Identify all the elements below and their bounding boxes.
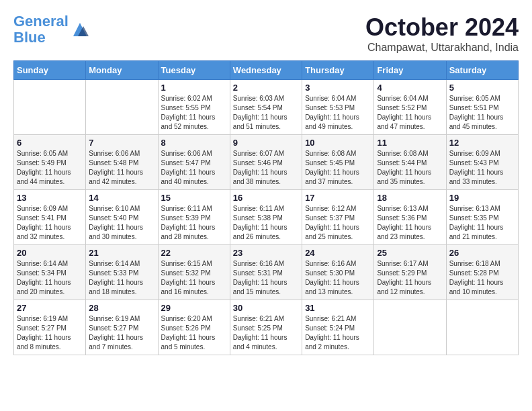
day-number: 31 [305, 303, 371, 313]
weekday-thursday: Thursday [302, 61, 374, 80]
day-number: 5 [449, 83, 515, 93]
day-cell: 11Sunrise: 6:08 AM Sunset: 5:44 PM Dayli… [374, 135, 446, 190]
day-info: Sunrise: 6:04 AM Sunset: 5:52 PM Dayligh… [377, 94, 443, 132]
day-cell: 29Sunrise: 6:20 AM Sunset: 5:26 PM Dayli… [158, 300, 230, 355]
day-info: Sunrise: 6:19 AM Sunset: 5:27 PM Dayligh… [17, 314, 83, 352]
day-number: 7 [89, 138, 154, 148]
day-cell: 23Sunrise: 6:16 AM Sunset: 5:31 PM Dayli… [230, 245, 302, 300]
week-row-3: 13Sunrise: 6:09 AM Sunset: 5:41 PM Dayli… [14, 190, 519, 245]
day-info: Sunrise: 6:18 AM Sunset: 5:28 PM Dayligh… [449, 259, 515, 297]
weekday-wednesday: Wednesday [230, 61, 302, 80]
day-number: 21 [89, 248, 154, 258]
day-info: Sunrise: 6:05 AM Sunset: 5:49 PM Dayligh… [17, 149, 83, 187]
day-number: 1 [161, 83, 227, 93]
day-number: 15 [161, 193, 227, 203]
day-info: Sunrise: 6:10 AM Sunset: 5:40 PM Dayligh… [89, 204, 154, 242]
day-cell: 21Sunrise: 6:14 AM Sunset: 5:33 PM Dayli… [86, 245, 158, 300]
day-info: Sunrise: 6:09 AM Sunset: 5:41 PM Dayligh… [17, 204, 83, 242]
weekday-sunday: Sunday [14, 61, 86, 80]
day-info: Sunrise: 6:13 AM Sunset: 5:36 PM Dayligh… [377, 204, 443, 242]
day-cell: 7Sunrise: 6:06 AM Sunset: 5:48 PM Daylig… [86, 135, 158, 190]
day-cell: 9Sunrise: 6:07 AM Sunset: 5:46 PM Daylig… [230, 135, 302, 190]
day-number: 3 [305, 83, 371, 93]
day-number: 18 [377, 193, 443, 203]
day-info: Sunrise: 6:21 AM Sunset: 5:24 PM Dayligh… [305, 314, 371, 352]
day-info: Sunrise: 6:14 AM Sunset: 5:33 PM Dayligh… [89, 259, 154, 297]
day-number: 29 [161, 303, 227, 313]
day-info: Sunrise: 6:11 AM Sunset: 5:39 PM Dayligh… [161, 204, 227, 242]
month-title: October 2024 [365, 13, 519, 42]
day-number: 13 [17, 193, 83, 203]
day-info: Sunrise: 6:12 AM Sunset: 5:37 PM Dayligh… [305, 204, 371, 242]
day-cell: 3Sunrise: 6:04 AM Sunset: 5:53 PM Daylig… [302, 80, 374, 135]
day-number: 9 [233, 138, 299, 148]
day-number: 8 [161, 138, 227, 148]
day-number: 23 [233, 248, 299, 258]
week-row-4: 20Sunrise: 6:14 AM Sunset: 5:34 PM Dayli… [14, 245, 519, 300]
day-info: Sunrise: 6:17 AM Sunset: 5:29 PM Dayligh… [377, 259, 443, 297]
day-info: Sunrise: 6:08 AM Sunset: 5:44 PM Dayligh… [377, 149, 443, 187]
day-cell: 22Sunrise: 6:15 AM Sunset: 5:32 PM Dayli… [158, 245, 230, 300]
day-cell: 12Sunrise: 6:09 AM Sunset: 5:43 PM Dayli… [446, 135, 518, 190]
day-info: Sunrise: 6:13 AM Sunset: 5:35 PM Dayligh… [449, 204, 515, 242]
day-number: 4 [377, 83, 443, 93]
day-cell [86, 80, 158, 135]
day-cell: 18Sunrise: 6:13 AM Sunset: 5:36 PM Dayli… [374, 190, 446, 245]
day-info: Sunrise: 6:08 AM Sunset: 5:45 PM Dayligh… [305, 149, 371, 187]
day-cell: 10Sunrise: 6:08 AM Sunset: 5:45 PM Dayli… [302, 135, 374, 190]
day-cell: 6Sunrise: 6:05 AM Sunset: 5:49 PM Daylig… [14, 135, 86, 190]
day-cell: 1Sunrise: 6:02 AM Sunset: 5:55 PM Daylig… [158, 80, 230, 135]
day-cell: 20Sunrise: 6:14 AM Sunset: 5:34 PM Dayli… [14, 245, 86, 300]
day-cell: 8Sunrise: 6:06 AM Sunset: 5:47 PM Daylig… [158, 135, 230, 190]
day-number: 28 [89, 303, 154, 313]
day-cell: 15Sunrise: 6:11 AM Sunset: 5:39 PM Dayli… [158, 190, 230, 245]
logo: General Blue [13, 13, 90, 46]
day-cell: 28Sunrise: 6:19 AM Sunset: 5:27 PM Dayli… [86, 300, 158, 355]
day-number: 16 [233, 193, 299, 203]
day-cell: 4Sunrise: 6:04 AM Sunset: 5:52 PM Daylig… [374, 80, 446, 135]
day-cell: 30Sunrise: 6:21 AM Sunset: 5:25 PM Dayli… [230, 300, 302, 355]
day-number: 30 [233, 303, 299, 313]
day-info: Sunrise: 6:02 AM Sunset: 5:55 PM Dayligh… [161, 94, 227, 132]
day-number: 27 [17, 303, 83, 313]
day-cell [14, 80, 86, 135]
day-number: 25 [377, 248, 443, 258]
week-row-5: 27Sunrise: 6:19 AM Sunset: 5:27 PM Dayli… [14, 300, 519, 355]
day-number: 12 [449, 138, 515, 148]
day-number: 17 [305, 193, 371, 203]
day-number: 19 [449, 193, 515, 203]
day-cell: 13Sunrise: 6:09 AM Sunset: 5:41 PM Dayli… [14, 190, 86, 245]
weekday-tuesday: Tuesday [158, 61, 230, 80]
calendar-body: 1Sunrise: 6:02 AM Sunset: 5:55 PM Daylig… [14, 80, 519, 355]
day-cell: 27Sunrise: 6:19 AM Sunset: 5:27 PM Dayli… [14, 300, 86, 355]
day-cell: 5Sunrise: 6:05 AM Sunset: 5:51 PM Daylig… [446, 80, 518, 135]
weekday-header-row: SundayMondayTuesdayWednesdayThursdayFrid… [14, 61, 519, 80]
day-info: Sunrise: 6:05 AM Sunset: 5:51 PM Dayligh… [449, 94, 515, 132]
day-info: Sunrise: 6:03 AM Sunset: 5:54 PM Dayligh… [233, 94, 299, 132]
day-info: Sunrise: 6:21 AM Sunset: 5:25 PM Dayligh… [233, 314, 299, 352]
day-number: 11 [377, 138, 443, 148]
logo-text: General Blue [13, 13, 69, 46]
day-info: Sunrise: 6:09 AM Sunset: 5:43 PM Dayligh… [449, 149, 515, 187]
day-cell: 17Sunrise: 6:12 AM Sunset: 5:37 PM Dayli… [302, 190, 374, 245]
day-info: Sunrise: 6:07 AM Sunset: 5:46 PM Dayligh… [233, 149, 299, 187]
day-cell: 14Sunrise: 6:10 AM Sunset: 5:40 PM Dayli… [86, 190, 158, 245]
day-cell: 24Sunrise: 6:16 AM Sunset: 5:30 PM Dayli… [302, 245, 374, 300]
day-cell: 26Sunrise: 6:18 AM Sunset: 5:28 PM Dayli… [446, 245, 518, 300]
title-block: October 2024 Champawat, Uttarakhand, Ind… [365, 13, 519, 54]
week-row-2: 6Sunrise: 6:05 AM Sunset: 5:49 PM Daylig… [14, 135, 519, 190]
day-info: Sunrise: 6:20 AM Sunset: 5:26 PM Dayligh… [161, 314, 227, 352]
day-number: 2 [233, 83, 299, 93]
weekday-friday: Friday [374, 61, 446, 80]
day-number: 14 [89, 193, 154, 203]
day-cell: 2Sunrise: 6:03 AM Sunset: 5:54 PM Daylig… [230, 80, 302, 135]
day-number: 6 [17, 138, 83, 148]
day-info: Sunrise: 6:16 AM Sunset: 5:30 PM Dayligh… [305, 259, 371, 297]
day-cell [374, 300, 446, 355]
day-info: Sunrise: 6:14 AM Sunset: 5:34 PM Dayligh… [17, 259, 83, 297]
day-info: Sunrise: 6:06 AM Sunset: 5:47 PM Dayligh… [161, 149, 227, 187]
day-cell: 25Sunrise: 6:17 AM Sunset: 5:29 PM Dayli… [374, 245, 446, 300]
day-number: 10 [305, 138, 371, 148]
day-cell [446, 300, 518, 355]
logo-icon [70, 19, 90, 40]
